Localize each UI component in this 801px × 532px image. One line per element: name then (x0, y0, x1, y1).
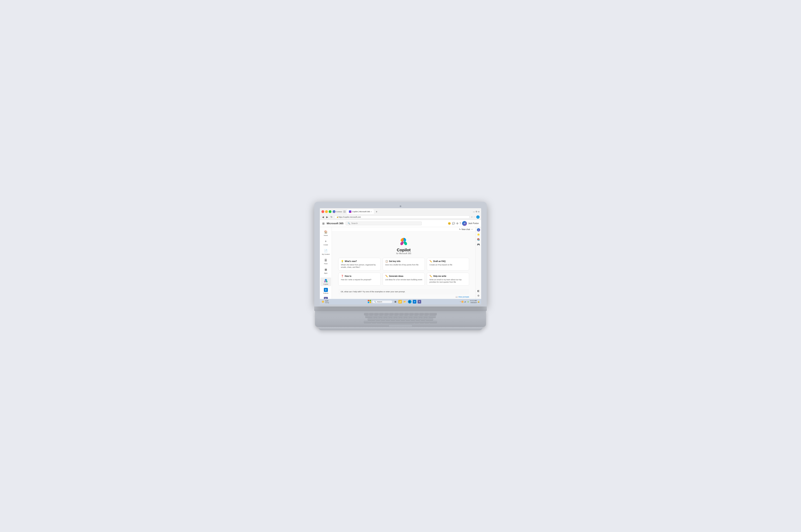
key (377, 321, 381, 323)
back-button[interactable]: ◀ (321, 215, 324, 219)
key (379, 313, 384, 315)
edge-copilot-panel-icon[interactable]: e (477, 228, 480, 231)
sidebar-item-feed[interactable]: ☰ Feed (321, 257, 331, 266)
browser-toolbar: ◀ ▶ ↻ 🔒 https://copilot.microsoft.com ☆ … (320, 214, 481, 220)
taskbar-search-text: Search (377, 301, 382, 303)
taskbar-app-widgets[interactable]: ⊞ (394, 300, 397, 304)
minimize-window-button[interactable]: — (473, 210, 475, 213)
svg-rect-5 (369, 302, 371, 303)
start-button[interactable] (368, 300, 371, 304)
browser-close-button[interactable] (321, 210, 324, 213)
sidebar-item-copilot[interactable]: Copilot (321, 278, 331, 286)
card-help-me-write-title: Help me write (433, 275, 446, 277)
key (372, 321, 376, 323)
sidebar-item-teams[interactable]: T Teams (321, 296, 331, 299)
keyboard-row-spacebar (324, 321, 478, 323)
user-initials: JP (463, 223, 465, 224)
card-generate-ideas[interactable]: ✏️ Generate ideas List ideas for a fun r… (383, 273, 425, 285)
svg-rect-3 (369, 300, 371, 301)
key (430, 321, 437, 323)
taskbar-app-2[interactable]: 📂 (403, 300, 407, 304)
key (374, 313, 379, 315)
taskbar-left: ☀️ 71°F Sunny (321, 300, 329, 303)
card-draft-faq-desc: Create an FAQ based on file (430, 264, 466, 266)
sidebar-item-my-content[interactable]: 📄 My Content (321, 248, 331, 256)
card-whats-new-icon: 💡 (341, 260, 344, 263)
key (364, 321, 371, 323)
browser-toolbar-actions: ☆ ⋯ e (471, 215, 480, 218)
browser-more-button[interactable]: ⋯ (474, 216, 476, 218)
tab-close-button[interactable]: × (371, 211, 372, 213)
view-prompts-button[interactable]: 📖 View prompts (456, 296, 469, 298)
window-controls: — ⧉ ✕ (473, 210, 480, 213)
card-get-key-info-header: 📋 Get key info (385, 260, 422, 263)
key (418, 316, 423, 318)
restore-window-button[interactable]: ⧉ (476, 210, 477, 213)
card-whats-new-title: What's new? (345, 260, 357, 262)
sidebar-item-create[interactable]: + Create (321, 238, 331, 247)
new-tab-button[interactable]: + (375, 210, 378, 213)
card-generate-ideas-desc: List ideas for a fun remote team buildin… (385, 279, 422, 281)
card-help-me-write[interactable]: ✏️ Help me write Write an email to my te… (427, 273, 469, 285)
key (381, 318, 385, 320)
m365-search-bar[interactable]: 🔍 Search (345, 222, 422, 225)
taskbar-app-teams[interactable]: T (418, 300, 421, 304)
battery-icon: 🔋 (467, 301, 469, 303)
screen: C Contoso Copilot | Microsoft 365 × + — (320, 208, 481, 305)
tab-title: Copilot | Microsoft 365 (352, 211, 370, 213)
new-chat-button[interactable]: ✎ New chat (459, 228, 470, 230)
taskbar-right: ^ 📶 🔊 🔋 11:11 AM 4/9/2024 🔔 (460, 300, 480, 304)
close-window-button[interactable]: ✕ (478, 210, 480, 213)
key (386, 318, 390, 320)
taskbar-search[interactable]: 🔍 Search (372, 301, 392, 303)
profile-name: Contoso (336, 211, 342, 213)
weather-widget: ☀️ 71°F Sunny (321, 300, 329, 303)
edge-panel-button-3[interactable]: 🎮 (476, 243, 480, 247)
sidebar-item-feed-label: Feed (324, 263, 327, 265)
sidebar-item-outlook[interactable]: O Outlook (321, 287, 331, 295)
taskbar-app-explorer[interactable]: 📁 (398, 300, 402, 304)
sidebar-item-outlook-label: Outlook (323, 292, 328, 294)
key (394, 313, 399, 315)
sidebar-item-apps-label: Apps (324, 272, 327, 274)
card-draft-faq[interactable]: ✏️ Draft an FAQ Create an FAQ based on f… (427, 258, 469, 271)
m365-sidebar: 🏠 Home + Create 📄 My Content (320, 227, 332, 299)
help-button[interactable]: ? (460, 222, 461, 225)
browser-window: C Contoso Copilot | Microsoft 365 × + — (320, 208, 481, 299)
settings-button[interactable]: ⚙ (456, 222, 458, 225)
browser-minimize-button[interactable] (325, 210, 328, 213)
key (416, 318, 420, 320)
taskbar-app-outlook[interactable]: O (413, 300, 416, 304)
taskbar-search-icon: 🔍 (374, 301, 376, 303)
trackpad[interactable] (388, 324, 413, 327)
sidebar-item-home[interactable]: 🏠 Home (321, 229, 331, 237)
edge-panel-button-1[interactable]: ⭐ (476, 232, 480, 236)
card-how-to[interactable]: ❓ How to How do I write a request for pr… (338, 273, 381, 285)
key (388, 316, 393, 318)
browser-tab-active[interactable]: Copilot | Microsoft 365 × (347, 209, 374, 214)
card-how-to-header: ❓ How to (341, 275, 378, 278)
new-chat-area: ✎ New chat ⋯ (332, 227, 476, 232)
edge-panel-settings-button[interactable]: ⚙ (477, 294, 480, 298)
chat-button[interactable]: 💬 (452, 222, 455, 225)
forward-button[interactable]: ▶ (326, 215, 329, 219)
edge-panel-split-button[interactable]: ◧ (477, 289, 480, 293)
taskbar-app-edge[interactable]: e (408, 300, 412, 304)
refresh-button[interactable]: ↻ (330, 215, 333, 219)
sidebar-item-home-label: Home (324, 234, 328, 236)
waffle-menu-button[interactable]: ⊞ (322, 222, 325, 225)
card-whats-new-desc: What's the latest from person, organized… (341, 264, 378, 268)
system-tray: ^ (460, 301, 461, 303)
key (419, 313, 424, 315)
clock-date: 4/9/2024 (470, 302, 477, 304)
address-bar[interactable]: 🔒 https://copilot.microsoft.com (334, 215, 470, 218)
emoji-button[interactable]: 😊 (448, 222, 451, 225)
sidebar-item-apps[interactable]: ⊞ Apps (321, 266, 331, 275)
card-whats-new[interactable]: 💡 What's new? What's the latest from per… (338, 258, 381, 271)
edge-panel-button-2[interactable]: 📚 (476, 238, 480, 242)
card-get-key-info[interactable]: 📋 Get key info Give me a bullet list of … (383, 258, 425, 271)
browser-maximize-button[interactable] (329, 210, 331, 213)
key (378, 316, 383, 318)
more-options-button[interactable]: ⋯ (471, 228, 473, 231)
favorites-button[interactable]: ☆ (471, 216, 473, 218)
